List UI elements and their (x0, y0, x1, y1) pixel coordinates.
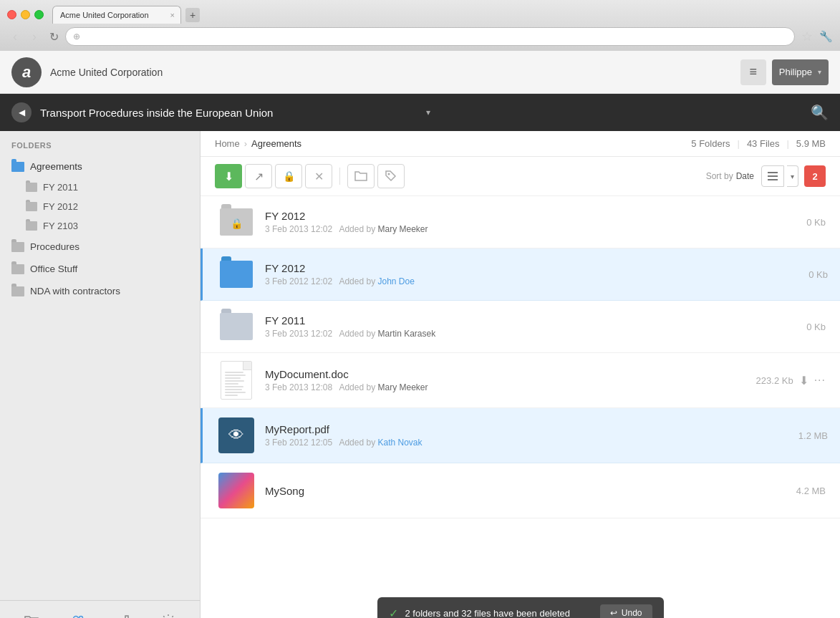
sidebar-item-procedures[interactable]: Procedures (0, 236, 200, 258)
svg-rect-4 (125, 616, 128, 619)
forward-btn[interactable]: › (26, 29, 42, 44)
company-name: Acme United Corporation (50, 67, 740, 78)
main-layout: FOLDERS Agreements FY 2011 (0, 131, 840, 618)
stats-nav-icon (115, 614, 130, 619)
people-nav-btn[interactable] (64, 608, 90, 619)
file-icon-wrapper-4 (215, 359, 258, 402)
sidebar: FOLDERS Agreements FY 2011 (0, 131, 201, 618)
content-toolbar: ⬇ ↗ 🔒 ✕ (201, 157, 840, 196)
list-view-icon (768, 172, 778, 180)
logo-text: a (22, 63, 31, 82)
file-info-6: MySong (265, 485, 796, 497)
address-bar[interactable]: ⊕ (65, 27, 795, 46)
bookmark-star-icon[interactable]: ☆ (801, 29, 813, 44)
file-download-btn-4[interactable]: ⬇ (799, 374, 808, 387)
close-window-btn[interactable] (7, 10, 16, 19)
file-row-1[interactable]: 🔒 FY 2012 3 Feb 2013 12:02 Added by Mary… (201, 196, 840, 248)
sidebar-items: Agreements FY 2011 FY 2012 (0, 155, 200, 600)
file-info-2: FY 2012 3 Feb 2012 12:02 Added by John D… (265, 262, 808, 286)
file-meta-5: 3 Feb 2012 12:05 Added by Kath Novak (265, 438, 798, 448)
breadcrumb-home[interactable]: Home (215, 138, 240, 149)
folder-gray-icon-3 (26, 221, 37, 231)
settings-tool-icon[interactable]: 🔧 (819, 30, 833, 43)
settings-nav-btn[interactable] (155, 608, 181, 619)
new-folder-icon (354, 170, 367, 182)
download-btn[interactable]: ⬇ (215, 164, 242, 188)
file-row-2[interactable]: FY 2012 3 Feb 2012 12:02 Added by John D… (201, 248, 840, 301)
file-row-3[interactable]: FY 2011 3 Feb 2013 12:02 Added by Martin… (201, 301, 840, 353)
sidebar-item-fy2103[interactable]: FY 2103 (0, 216, 200, 236)
svg-point-6 (388, 173, 390, 175)
file-size-2: 0 Kb (808, 269, 828, 280)
sidebar-item-office-stuff[interactable]: Office Stuff (0, 258, 200, 280)
file-info-1: FY 2012 3 Feb 2013 12:02 Added by Mary M… (265, 210, 806, 234)
sidebar-item-label-fy2012: FY 2012 (43, 201, 78, 212)
workspace-search-btn[interactable]: 🔍 (811, 104, 829, 121)
workspace-header: ◀ Transport Procedures inside the Europe… (0, 94, 840, 131)
lock-btn[interactable]: 🔒 (275, 164, 302, 188)
tab-close-icon[interactable]: × (170, 11, 175, 19)
file-name-6: MySong (265, 485, 796, 497)
breadcrumb-sep-icon: › (244, 138, 247, 149)
browser-titlebar: Acme United Corporation × + (0, 0, 840, 24)
folder-blue-icon (11, 162, 24, 172)
stats-nav-btn[interactable] (110, 608, 135, 619)
svg-rect-9 (768, 179, 778, 180)
tag-icon (385, 170, 397, 182)
browser-chrome: Acme United Corporation × + ‹ › ↻ ⊕ ☆ 🔧 (0, 0, 840, 51)
workspace-title-arrow-icon: ▾ (426, 107, 430, 117)
sidebar-bottom (0, 600, 200, 618)
browser-nav: ‹ › ↻ ⊕ ☆ 🔧 (0, 24, 840, 51)
file-name-4: MyDocument.doc (265, 368, 756, 380)
menu-btn[interactable]: ≡ (740, 59, 766, 85)
file-info-3: FY 2011 3 Feb 2013 12:02 Added by Martin… (265, 314, 806, 339)
stat-folders: 5 Folders (691, 138, 730, 149)
people-nav-icon (70, 614, 85, 619)
sidebar-item-agreements[interactable]: Agreements (0, 155, 200, 178)
stat-size: 5.9 MB (796, 138, 826, 149)
selected-count-badge[interactable]: 2 (804, 165, 826, 187)
folders-nav-btn[interactable] (19, 608, 44, 619)
sort-value: Date (736, 171, 754, 181)
user-btn[interactable]: Philippe ▾ (772, 59, 829, 85)
sidebar-item-fy2012[interactable]: FY 2012 (0, 197, 200, 216)
sidebar-item-label-procedures: Procedures (30, 241, 79, 252)
sidebar-item-label-agreements: Agreements (30, 161, 82, 172)
file-row-5[interactable]: 👁 MyReport.pdf 3 Feb 2012 12:05 Added by… (201, 408, 840, 463)
file-row-4[interactable]: MyDocument.doc 3 Feb 2013 12:08 Added by… (201, 353, 840, 408)
file-info-5: MyReport.pdf 3 Feb 2012 12:05 Added by K… (265, 423, 798, 448)
toast-notification: ✓ 2 folders and 32 files have been delet… (377, 597, 664, 618)
refresh-btn[interactable]: ↻ (46, 29, 62, 44)
tag-btn[interactable] (377, 164, 405, 188)
workspace-back-btn[interactable]: ◀ (11, 102, 32, 122)
undo-icon: ↩ (610, 608, 617, 618)
tab-active[interactable]: Acme United Corporation × (52, 6, 181, 24)
toast-undo-btn[interactable]: ↩ Undo (600, 604, 652, 618)
pdf-eye-icon: 👁 (228, 426, 244, 445)
view-arrow-btn[interactable]: ▾ (787, 165, 798, 187)
breadcrumb-stats: 5 Folders | 43 Files | 5.9 MB (691, 138, 826, 149)
delete-btn[interactable]: ✕ (305, 164, 332, 188)
file-name-2: FY 2012 (265, 262, 808, 274)
menu-icon: ≡ (749, 64, 757, 79)
header-actions: ≡ Philippe ▾ (740, 59, 829, 85)
minimize-window-btn[interactable] (21, 10, 30, 19)
file-more-btn-4[interactable]: ··· (814, 374, 826, 387)
file-size-5: 1.2 MB (798, 430, 828, 441)
sidebar-item-fy2011[interactable]: FY 2011 (0, 178, 200, 197)
share-icon: ↗ (254, 170, 264, 183)
file-row-6[interactable]: MySong 4.2 MB (201, 463, 840, 518)
share-btn[interactable]: ↗ (245, 164, 272, 188)
maximize-window-btn[interactable] (34, 10, 44, 19)
new-tab-btn[interactable]: + (185, 8, 200, 22)
stat-div-1: | (738, 138, 740, 149)
file-icon-wrapper-2 (215, 256, 258, 293)
view-list-btn[interactable] (761, 165, 784, 187)
file-name-3: FY 2011 (265, 314, 806, 327)
new-folder-btn[interactable] (347, 164, 375, 188)
file-icon-wrapper-1: 🔒 (215, 203, 258, 241)
sidebar-item-nda[interactable]: NDA with contractors (0, 280, 200, 302)
toast-check-icon: ✓ (389, 607, 398, 619)
back-btn[interactable]: ‹ (7, 29, 23, 44)
workspace-title: Transport Procedures inside the European… (40, 107, 420, 119)
